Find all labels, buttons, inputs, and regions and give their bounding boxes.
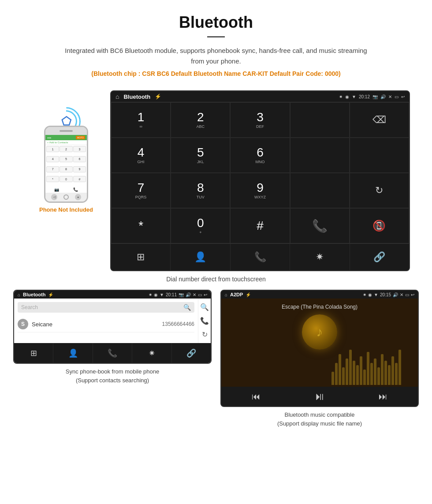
phone-key-3: 3 — [73, 146, 86, 152]
dial-app-name: Bluetooth — [123, 93, 150, 100]
pb-screen-icon[interactable]: ▭ — [198, 292, 202, 297]
music-song-title: Escape (The Pina Colada Song) — [282, 304, 358, 310]
nav-dialpad[interactable]: ⊞ — [111, 244, 171, 270]
pb-search-bar[interactable]: Search 🔍 — [18, 302, 194, 313]
nav-link[interactable]: 🔗 — [350, 244, 409, 270]
phonebook-caption: Sync phone-book from mobile phone(Suppor… — [66, 367, 159, 385]
dial-key-8[interactable]: 8 TUV — [171, 173, 230, 208]
volume-icon[interactable]: 🔊 — [380, 94, 386, 99]
nav-contacts[interactable]: 👤 — [171, 244, 230, 270]
page-title: Bluetooth — [18, 13, 414, 32]
dial-refresh[interactable]: ↻ — [350, 173, 409, 208]
pb-vol-icon[interactable]: 🔊 — [186, 292, 191, 297]
phone-home-btn — [63, 194, 69, 200]
music-status-right: ✷ ◉ ▼ 20:15 🔊 ✕ ▭ ↩ — [363, 292, 414, 297]
eq-bar — [388, 365, 391, 385]
pb-nav-bt[interactable]: ✷ — [132, 343, 171, 363]
dial-key-6[interactable]: 6 MNO — [230, 138, 290, 173]
phone-menu-btn: ≡ — [75, 194, 81, 200]
music-close-icon[interactable]: ✕ — [400, 292, 403, 297]
phone-key-1: 1 — [46, 146, 59, 152]
dial-grid: 1 ∞ 2 ABC 3 DEF ⌫ 4 GHI 5 JKL — [111, 102, 409, 243]
back-icon[interactable]: ↩ — [401, 94, 405, 99]
pb-main-area: Search 🔍 S Seicane 13566664466 — [14, 299, 198, 343]
phone-add-contact: + Add to Contacts — [45, 140, 87, 145]
dial-key-3[interactable]: 3 DEF — [230, 102, 290, 138]
pb-close-icon[interactable]: ✕ — [193, 292, 196, 297]
phone-screen: ●●● MOTO + Add to Contacts 1 2 3 4 5 6 7… — [45, 135, 87, 193]
pb-status-left: ⌂ Bluetooth ⚡ — [18, 292, 53, 297]
pb-right-refresh[interactable]: ↻ — [202, 328, 208, 341]
nav-phone[interactable]: 📞 — [231, 244, 290, 270]
eq-bar — [335, 363, 338, 385]
music-album-art: ♪ — [302, 314, 337, 350]
music-time: 20:15 — [380, 292, 391, 297]
dial-key-2[interactable]: 2 ABC — [171, 102, 230, 138]
eq-bar — [339, 354, 341, 385]
dial-key-0[interactable]: 0 + — [171, 208, 230, 243]
screen-icon[interactable]: ▭ — [395, 94, 398, 99]
dial-key-hash[interactable]: # — [230, 208, 290, 243]
pb-nav-link[interactable]: 🔗 — [172, 343, 211, 363]
pb-home-icon[interactable]: ⌂ — [18, 292, 20, 297]
dial-empty-1 — [290, 102, 350, 138]
eq-bar — [381, 354, 384, 385]
music-prev-btn[interactable]: ⏮ — [252, 392, 261, 402]
phonebook-screenshot: ⌂ Bluetooth ⚡ ✷ ◉ ▼ 20:11 📷 🔊 ✕ ▭ ↩ — [13, 290, 212, 364]
dial-backspace[interactable]: ⌫ — [350, 102, 409, 138]
music-status-left: ⌂ A2DP ⚡ — [225, 292, 251, 297]
music-screen-icon[interactable]: ▭ — [405, 292, 409, 297]
home-icon[interactable]: ⌂ — [115, 93, 119, 100]
camera-icon[interactable]: 📷 — [372, 94, 378, 99]
dial-key-7[interactable]: 7 PQRS — [111, 173, 171, 208]
dial-bottom-nav: ⊞ 👤 📞 ✷ 🔗 — [111, 243, 409, 270]
phone-key-0: 0 — [60, 176, 72, 182]
music-back-icon[interactable]: ↩ — [411, 292, 414, 297]
pb-right-call[interactable]: 📞 — [200, 314, 209, 328]
close-icon[interactable]: ✕ — [388, 94, 392, 99]
pb-nav-phone[interactable]: 📞 — [93, 343, 132, 363]
pb-camera-icon[interactable]: 📷 — [179, 292, 184, 297]
dial-empty-3 — [350, 138, 409, 173]
eq-bar — [363, 370, 366, 385]
bottom-screenshots: ⌂ Bluetooth ⚡ ✷ ◉ ▼ 20:11 📷 🔊 ✕ ▭ ↩ — [0, 290, 432, 437]
dial-call[interactable]: 📞 — [290, 208, 350, 243]
phone-not-included-label: Phone Not Included — [39, 206, 93, 213]
phone-key-7: 7 — [46, 166, 59, 172]
eq-bar — [374, 358, 376, 385]
pb-nav-contacts[interactable]: 👤 — [53, 343, 93, 363]
music-vol-icon[interactable]: 🔊 — [393, 292, 398, 297]
eq-bar — [342, 367, 345, 385]
pb-search-icon[interactable]: 🔍 — [183, 304, 191, 311]
mid-section: ⬠ ●●● MOTO + Add to Contacts 1 2 3 4 5 6 — [0, 86, 432, 271]
dial-key-star[interactable]: * — [111, 208, 171, 243]
pb-right-search[interactable]: 🔍 — [200, 300, 209, 314]
music-home-icon[interactable]: ⌂ — [225, 292, 227, 297]
dial-end[interactable]: 📵 — [350, 208, 409, 243]
music-equalizer — [330, 299, 418, 387]
phone-brand: MOTO — [76, 136, 85, 139]
music-play-btn[interactable]: ⏯ — [314, 390, 325, 403]
eq-bar — [331, 372, 334, 385]
pb-time: 20:11 — [166, 292, 177, 297]
eq-bar — [370, 363, 373, 385]
pb-contact-number: 13566664466 — [162, 321, 194, 327]
music-next-btn[interactable]: ⏭ — [379, 392, 387, 402]
dial-key-9[interactable]: 9 WXYZ — [230, 173, 290, 208]
music-screenshot: ⌂ A2DP ⚡ ✷ ◉ ▼ 20:15 🔊 ✕ ▭ ↩ Escape (The… — [220, 290, 419, 407]
dial-time: 20:12 — [359, 94, 370, 99]
dial-key-5[interactable]: 5 JKL — [171, 138, 230, 173]
phone-dialpad: 1 2 3 4 5 6 7 8 9 * 0 # — [45, 145, 87, 187]
pb-back-icon[interactable]: ↩ — [204, 292, 207, 297]
wifi-icon: ▼ — [352, 94, 356, 99]
music-usb-icon: ⚡ — [246, 292, 251, 297]
pb-nav-dialpad[interactable]: ⊞ — [14, 343, 53, 363]
nav-bluetooth[interactable]: ✷ — [290, 244, 350, 270]
dial-key-4[interactable]: 4 GHI — [111, 138, 171, 173]
dial-caption: Dial number direct from touchscreen — [0, 271, 432, 290]
dial-key-1[interactable]: 1 ∞ — [111, 102, 171, 138]
music-wifi-icon: ▼ — [374, 292, 378, 297]
pb-wifi-icon: ▼ — [160, 292, 164, 297]
music-bt-icon: ✷ — [363, 292, 366, 297]
eq-bar — [398, 350, 401, 385]
